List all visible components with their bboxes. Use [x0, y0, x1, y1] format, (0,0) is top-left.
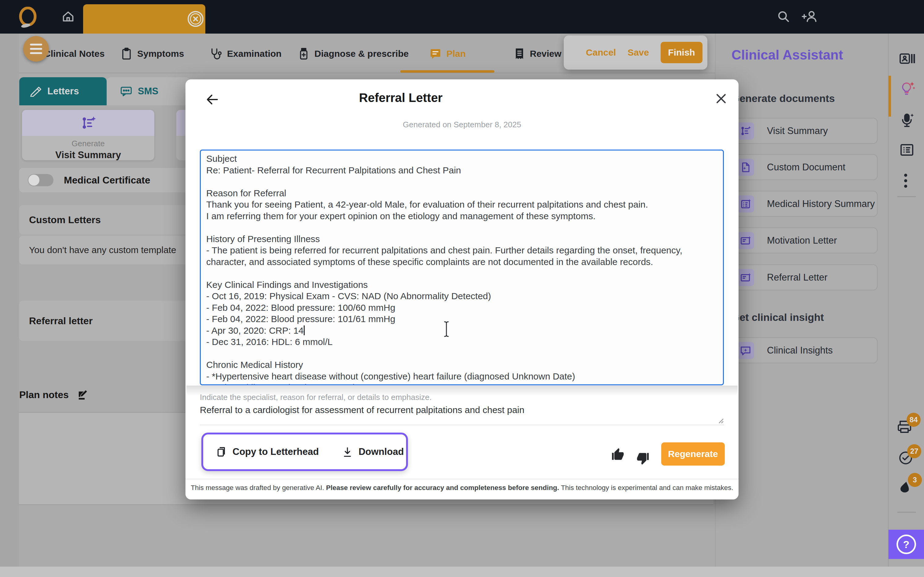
sms-bubble-icon — [120, 86, 132, 97]
toolbar-divider — [897, 512, 916, 513]
tab-sms[interactable]: SMS — [107, 77, 190, 105]
custom-letters-empty-text: You don't have any custom template — [29, 245, 176, 255]
tab-letters[interactable]: Letters — [19, 77, 107, 105]
form-list-icon[interactable] — [899, 142, 914, 158]
question-mark-icon: ? — [897, 535, 916, 554]
tab-review[interactable]: Review — [514, 45, 561, 62]
thumbs-up-icon[interactable] — [611, 448, 625, 462]
clinical-assistant-panel — [715, 34, 888, 577]
person-add-icon[interactable] — [802, 9, 818, 24]
sidebar-item-custom-document[interactable]: Custom Document — [730, 154, 877, 180]
tokens-badge: 3 — [908, 473, 922, 487]
sparkle-letter-icon — [737, 269, 754, 286]
letterhead-actions-highlight: Copy to Letterhead Download — [201, 433, 408, 471]
medicine-bottle-icon — [298, 47, 310, 60]
generate-visit-summary-card[interactable]: Generate Visit Summary — [22, 110, 154, 160]
close-icon[interactable] — [715, 92, 727, 105]
bottom-edge — [0, 567, 924, 577]
sparkle-letter-icon — [737, 232, 754, 249]
lightbulb-ai-icon[interactable] — [899, 81, 916, 97]
assistant-title: Clinical Assistant — [732, 47, 843, 63]
custom-letters-heading: Custom Letters — [29, 214, 101, 226]
sidebar-item-medical-history-summary[interactable]: Medical History Summary — [730, 191, 877, 217]
download-icon — [342, 445, 353, 458]
mic-ai-icon[interactable] — [899, 112, 915, 128]
sparkle-list-icon — [737, 122, 754, 140]
resize-handle-icon[interactable] — [717, 416, 724, 424]
sidebar-item-visit-summary[interactable]: Visit Summary — [730, 118, 877, 144]
help-button[interactable]: ? — [888, 530, 924, 559]
kebab-menu-icon[interactable] — [904, 173, 908, 189]
disclaimer-text: This message was drafted by generative A… — [191, 484, 326, 492]
tab-diagnose-prescribe[interactable]: Diagnose & prescribe — [298, 45, 409, 62]
tab-examination[interactable]: Examination — [209, 45, 281, 62]
sparkle-document-icon — [737, 159, 754, 176]
dialog-title: Referral Letter — [359, 91, 443, 105]
sparkle-chat-icon — [737, 342, 754, 359]
plan-notes-label: Plan notes — [19, 389, 69, 401]
sidebar-item-referral-letter[interactable]: Referral Letter — [730, 264, 877, 290]
sidebar-item-label: Visit Summary — [767, 126, 828, 137]
button-label: Download — [359, 446, 404, 457]
copy-icon — [215, 445, 227, 458]
print-badge: 84 — [906, 413, 921, 427]
thumbs-down-icon[interactable] — [636, 451, 650, 465]
regenerate-button[interactable]: Regenerate — [661, 442, 725, 466]
note-actions-card: Cancel Save Finish — [564, 35, 708, 69]
patient-card-icon[interactable] — [899, 52, 915, 66]
generated-date: Generated on September 8, 2025 — [186, 120, 738, 129]
download-button[interactable]: Download — [342, 445, 404, 458]
ibeam-cursor — [443, 321, 450, 338]
generate-documents-heading: Generate documents — [732, 92, 835, 105]
receipt-icon — [514, 47, 525, 60]
tab-label: Plan — [446, 48, 466, 59]
sidebar-item-label: Referral Letter — [767, 272, 827, 283]
medical-certificate-row: Medical Certificate — [19, 168, 191, 192]
search-icon[interactable] — [776, 9, 791, 24]
button-label: Copy to Letterhead — [233, 446, 319, 457]
footer-divider — [186, 479, 738, 479]
sidebar-item-motivation-letter[interactable]: Motivation Letter — [730, 227, 877, 253]
prompt-helper-label: Indicate the specialist, reason for refe… — [200, 393, 432, 402]
cancel-button[interactable]: Cancel — [586, 47, 616, 58]
back-arrow-icon[interactable] — [205, 92, 220, 107]
toolbar-divider — [897, 196, 916, 197]
tab-plan[interactable]: Plan — [429, 45, 466, 62]
sidebar-item-label: Medical History Summary — [767, 198, 875, 210]
custom-letters-empty-card: You don't have any custom template — [19, 236, 191, 264]
letter-body-textarea[interactable]: Subject Re: Patient- Referral for Recurr… — [200, 150, 724, 385]
sidebar-item-label: Clinical Insights — [767, 345, 833, 356]
medical-certificate-toggle[interactable] — [28, 174, 53, 186]
tab-label: Symptoms — [137, 48, 184, 59]
sidebar-item-clinical-insights[interactable]: Clinical Insights — [730, 337, 877, 363]
disclaimer-bold: Please review carefully for accuracy and… — [326, 484, 559, 492]
app-screen: Clinical Notes Symptoms Examination Diag… — [0, 0, 924, 577]
tab-label: Examination — [227, 48, 281, 59]
referral-letter-row[interactable]: Referral letter — [19, 301, 192, 341]
tab-label: SMS — [138, 86, 158, 97]
tasks-badge: 27 — [907, 444, 921, 458]
prompt-input[interactable]: Referral to a cardiologist for assessmen… — [200, 405, 719, 415]
menu-hamburger-button[interactable] — [23, 36, 49, 62]
tab-close-icon[interactable] — [187, 10, 204, 27]
tab-label: Diagnose & prescribe — [314, 48, 409, 59]
finish-button[interactable]: Finish — [661, 42, 703, 63]
tab-symptoms[interactable]: Symptoms — [121, 45, 184, 62]
sidebar-item-label: Custom Document — [767, 162, 845, 173]
left-rail — [0, 34, 19, 577]
card-eyebrow: Generate — [22, 139, 154, 148]
ai-disclaimer: This message was drafted by generative A… — [186, 484, 738, 492]
letter-text: - Dec 31, 2016: HDL: 6 mmol/L Chronic Me… — [206, 337, 575, 385]
letter-text: Subject Re: Patient- Referral for Recurr… — [206, 153, 685, 335]
clipboard-icon — [121, 47, 132, 60]
referral-letter-dialog: Referral Letter Generated on September 8… — [186, 79, 738, 500]
sidebar-item-label: Motivation Letter — [767, 235, 837, 246]
copy-to-letterhead-button[interactable]: Copy to Letterhead — [215, 445, 319, 458]
medical-certificate-label: Medical Certificate — [64, 175, 150, 186]
patient-tab[interactable] — [83, 4, 205, 34]
note-pen-icon[interactable] — [76, 388, 89, 401]
save-button[interactable]: Save — [628, 47, 649, 58]
chat-lines-icon — [429, 48, 441, 60]
sparkle-list-icon — [22, 110, 154, 136]
home-icon[interactable] — [61, 10, 75, 24]
